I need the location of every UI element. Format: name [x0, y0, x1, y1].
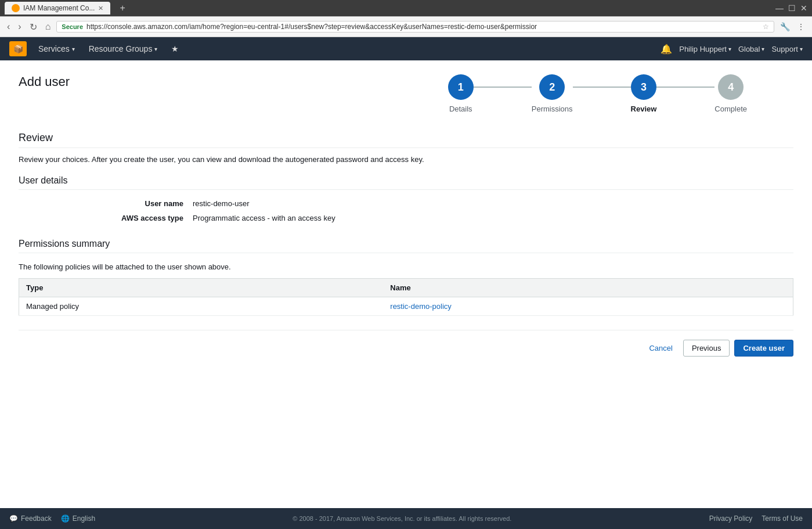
- user-name-label: Philip Huppert: [679, 45, 727, 53]
- table-row: Managed policy restic-demo-policy: [19, 297, 793, 316]
- resource-groups-label: Resource Groups: [89, 44, 153, 53]
- region-nav-item[interactable]: Global ▾: [738, 45, 765, 53]
- step-3-circle: 3: [631, 74, 656, 100]
- nav-icons: 🔧 ⋮: [778, 21, 807, 33]
- address-bar[interactable]: Secure https://console.aws.amazon.com/ia…: [56, 21, 774, 33]
- region-chevron: ▾: [762, 46, 764, 52]
- resource-groups-nav-item[interactable]: Resource Groups ▾: [86, 39, 160, 58]
- aws-logo: 📦: [9, 41, 27, 56]
- type-column-header: Type: [19, 279, 384, 297]
- aws-nav-right: 🔔 Philip Huppert ▾ Global ▾ Support ▾: [661, 44, 803, 55]
- browser-chrome: IAM Management Co... ✕ + — ☐ ✕ ‹ › ↻ ⌂ S…: [0, 0, 812, 37]
- terms-of-use-link[interactable]: Terms of Use: [762, 514, 803, 523]
- permissions-desc: The following policies will be attached …: [19, 262, 793, 271]
- services-nav-item[interactable]: Services ▾: [36, 39, 77, 58]
- user-chevron: ▾: [728, 46, 731, 52]
- browser-titlebar: IAM Management Co... ✕ + — ☐ ✕: [0, 0, 812, 16]
- review-desc: Review your choices. After you create th…: [19, 155, 793, 164]
- close-window-button[interactable]: ✕: [800, 3, 807, 13]
- footer-copyright: © 2008 - 2017, Amazon Web Services, Inc.…: [95, 515, 709, 522]
- extensions-button[interactable]: 🔧: [778, 21, 792, 33]
- user-details-title: User details: [19, 175, 793, 186]
- permissions-summary-title: Permissions summary: [19, 239, 793, 249]
- menu-button[interactable]: ⋮: [795, 21, 807, 33]
- user-name-row: User name restic-demo-user: [19, 199, 793, 208]
- step-1: 1 Details: [448, 74, 474, 113]
- secure-badge: Secure: [62, 23, 83, 30]
- user-details-divider: [19, 189, 793, 190]
- support-nav-item[interactable]: Support ▾: [771, 45, 803, 53]
- bookmarks-icon: ★: [171, 44, 179, 53]
- footer: 💬 Feedback 🌐 English © 2008 - 2017, Amaz…: [0, 508, 812, 529]
- review-divider: [19, 147, 793, 148]
- step-connector-2: [573, 87, 631, 88]
- step-3-label: Review: [631, 105, 657, 113]
- step-1-label: Details: [449, 105, 472, 113]
- step-2-number: 2: [549, 81, 555, 93]
- actions-row: Cancel Previous Create user: [19, 330, 793, 357]
- step-2-circle: 2: [539, 74, 565, 100]
- home-button[interactable]: ⌂: [43, 20, 53, 33]
- user-name-value: restic-demo-user: [193, 199, 250, 208]
- policy-table: Type Name Managed policy restic-demo-pol…: [19, 278, 793, 316]
- policy-type-cell: Managed policy: [19, 297, 384, 316]
- support-label: Support: [771, 45, 798, 53]
- main-content: Add user 1 Details 2 Permissions: [0, 60, 812, 508]
- resource-groups-chevron: ▾: [154, 46, 157, 52]
- step-3: 3 Review: [631, 74, 657, 113]
- aws-access-type-row: AWS access type Programmatic access - wi…: [19, 214, 793, 222]
- globe-icon: 🌐: [61, 514, 70, 523]
- privacy-policy-link[interactable]: Privacy Policy: [709, 514, 753, 523]
- aws-access-type-label: AWS access type: [88, 214, 193, 222]
- language-label: English: [73, 514, 95, 523]
- policy-table-body: Managed policy restic-demo-policy: [19, 297, 793, 316]
- step-1-circle: 1: [448, 74, 474, 100]
- user-name-label-field: User name: [88, 199, 193, 208]
- browser-tab[interactable]: IAM Management Co... ✕: [5, 2, 110, 15]
- step-4-label: Complete: [714, 105, 747, 113]
- minimize-button[interactable]: —: [775, 3, 784, 13]
- create-user-button[interactable]: Create user: [734, 340, 793, 357]
- back-button[interactable]: ‹: [5, 20, 12, 33]
- browser-nav: ‹ › ↻ ⌂ Secure https://console.aws.amazo…: [0, 16, 812, 37]
- review-section-title: Review: [19, 132, 793, 144]
- bell-icon: 🔔: [661, 44, 672, 55]
- name-column-header: Name: [383, 279, 793, 297]
- support-chevron: ▾: [800, 46, 803, 52]
- step-3-number: 3: [641, 81, 647, 93]
- address-text: https://console.aws.amazon.com/iam/home?…: [86, 23, 759, 31]
- refresh-button[interactable]: ↻: [27, 20, 39, 34]
- policy-link[interactable]: restic-demo-policy: [390, 302, 451, 311]
- tab-close-button[interactable]: ✕: [98, 5, 103, 12]
- user-nav-item[interactable]: Philip Huppert ▾: [679, 45, 731, 53]
- feedback-link[interactable]: 💬 Feedback: [9, 514, 52, 523]
- step-2: 2 Permissions: [532, 74, 573, 113]
- step-2-label: Permissions: [532, 105, 573, 113]
- feedback-icon: 💬: [9, 514, 18, 523]
- services-chevron: ▾: [72, 46, 75, 52]
- policy-table-header: Type Name: [19, 279, 793, 297]
- step-connector-3: [656, 87, 714, 88]
- step-connector-1: [474, 87, 532, 88]
- feedback-label: Feedback: [21, 514, 52, 523]
- step-1-number: 1: [458, 81, 464, 93]
- footer-left: 💬 Feedback 🌐 English: [9, 514, 95, 523]
- bookmarks-nav-item[interactable]: ★: [169, 39, 181, 58]
- previous-button[interactable]: Previous: [683, 340, 730, 357]
- cancel-button[interactable]: Cancel: [643, 340, 678, 356]
- new-tab-button[interactable]: +: [115, 1, 129, 16]
- permissions-divider: [19, 253, 793, 253]
- restore-button[interactable]: ☐: [788, 3, 796, 13]
- step-4-number: 4: [728, 81, 734, 93]
- region-label: Global: [738, 45, 760, 53]
- bell-nav-item[interactable]: 🔔: [661, 44, 672, 55]
- step-4: 4 Complete: [714, 74, 747, 113]
- services-label: Services: [38, 44, 70, 53]
- step-4-circle: 4: [718, 74, 744, 100]
- footer-right: Privacy Policy Terms of Use: [709, 514, 803, 523]
- page-title: Add user: [19, 74, 70, 89]
- bookmark-icon[interactable]: ☆: [763, 23, 769, 31]
- language-link[interactable]: 🌐 English: [61, 514, 95, 523]
- forward-button[interactable]: ›: [16, 20, 23, 33]
- policy-name-cell: restic-demo-policy: [383, 297, 793, 316]
